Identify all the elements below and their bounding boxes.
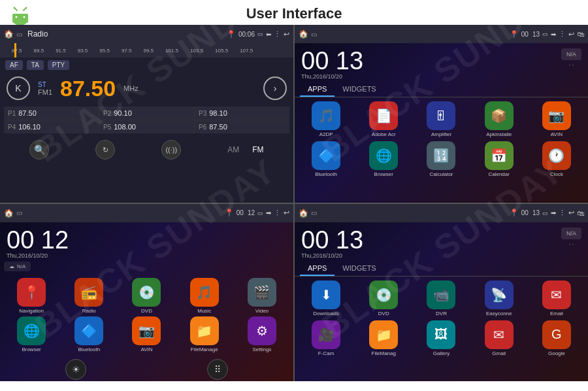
apps-store-icon[interactable]: 🛍 <box>577 30 584 38</box>
app-item-downloads[interactable]: ⬇Downloads <box>299 280 353 316</box>
home2-back-icon[interactable]: ↩ <box>284 209 289 217</box>
app-item-browser[interactable]: 🌐Browser <box>356 141 411 177</box>
home-weather-widget: ☁ N/A <box>4 262 31 271</box>
apps-home-icon[interactable]: 🏠 <box>299 29 308 39</box>
preset-p2[interactable]: P2 90.10 <box>99 107 194 120</box>
home2-rec-icon: ▭ <box>257 210 263 216</box>
app-label-google: Google <box>548 350 565 356</box>
more-home-icon[interactable]: 🏠 <box>299 209 308 218</box>
app-label-amplifier: Amplifier <box>431 131 451 137</box>
preset-p1[interactable]: P1 87.50 <box>4 107 99 120</box>
apps-top-bar: 🏠 ▭ 📍 00 13 ▭ ➡ ⋮ ↩ 🛍 <box>295 25 588 43</box>
app-icon-navigation: 📍 <box>17 278 46 307</box>
app-item-gmail[interactable]: ✉Gmail <box>472 320 527 356</box>
app-item-dvr[interactable]: 📹DVR <box>414 280 468 316</box>
radio-k-button[interactable]: K <box>7 76 30 100</box>
app-label-gallery: Gallery <box>433 350 449 356</box>
app-item-music[interactable]: 🎵Music <box>177 278 232 314</box>
app-item-calculator[interactable]: 🔢Calculator <box>414 141 468 177</box>
app-icon-music: 🎵 <box>190 278 219 307</box>
radio-loop-button[interactable]: ↻ <box>95 140 115 160</box>
app-icon-calendar: 📅 <box>485 141 514 170</box>
app-item-avin[interactable]: 📷AVIN <box>119 316 174 352</box>
tab-widgets[interactable]: WIDGETS <box>335 82 384 97</box>
app-item-a2dp[interactable]: 🎵A2DP <box>299 101 353 137</box>
more-tab-apps[interactable]: APPS <box>300 262 335 276</box>
app-item-google[interactable]: GGoogle <box>529 320 584 356</box>
app-item-filemanage[interactable]: 📁FileManage <box>177 316 232 352</box>
home2-screen-icon: ▭ <box>16 209 22 216</box>
tab-apps[interactable]: APPS <box>300 82 335 97</box>
app-label-browser: Browser <box>374 171 393 177</box>
home-icon[interactable]: 🏠 <box>4 29 14 39</box>
pty-button[interactable]: PTY <box>48 60 69 70</box>
freq-scale: 87.589.5 91.593.5 95.597.5 99.5101.5 103… <box>12 48 253 54</box>
app-item-easyconne[interactable]: 📡Easyconne <box>472 280 527 316</box>
radio-search-button[interactable]: 🔍 <box>29 140 49 160</box>
af-button[interactable]: AF <box>5 60 23 70</box>
radio-controls: 🔍 ↻ ((·)) AM FM <box>0 136 293 163</box>
app-item-avin[interactable]: 📷AVIN <box>529 101 584 137</box>
radio-fm-label: FM1 <box>38 88 52 96</box>
apps-back-icon[interactable]: ↩ <box>568 30 574 39</box>
app-label-gmail: Gmail <box>492 350 506 356</box>
app-item-filemanag[interactable]: 📁FileManag <box>356 320 411 356</box>
app-item-gallery[interactable]: 🖼Gallery <box>414 320 468 356</box>
app-item-navigation[interactable]: 📍Navigation <box>4 278 59 314</box>
app-icon-easyconne: 📡 <box>485 280 514 309</box>
apps-bar-right: 📍 00 13 ▭ ➡ ⋮ ↩ 🛍 <box>510 30 584 39</box>
apps-clock-time: 00 13 <box>301 48 363 73</box>
more-menu-icon[interactable]: ⋮ <box>559 209 566 217</box>
app-icon-gallery: 🖼 <box>427 320 455 349</box>
radio-next-button[interactable]: › <box>263 76 287 100</box>
rec-icon: ▭ <box>257 31 263 37</box>
home2-home-icon[interactable]: 🏠 <box>4 209 14 218</box>
app-label-adobe-acr: Adobe Acr <box>372 131 396 137</box>
panel-home: 🏠 ▭ 📍 00 12 ▭ ➡ ⋮ ↩ 00 12 Thu,2016/10/20 <box>0 204 293 382</box>
app-item-browser[interactable]: 🌐Browser <box>4 316 59 352</box>
home-apps-btn[interactable]: ⠿ <box>207 359 228 380</box>
preset-p3[interactable]: P3 98.10 <box>195 107 289 120</box>
home-clock: 00 12 Thu,2016/10/20 <box>0 222 293 260</box>
preset-p6[interactable]: P6 87.50 <box>195 120 289 133</box>
app-label-f-cam: F-Cam <box>318 350 334 356</box>
app-item-dvd[interactable]: 💿DVD <box>119 278 174 314</box>
home-top-bar: 🏠 ▭ 📍 00 12 ▭ ➡ ⋮ ↩ <box>0 204 293 222</box>
app-icon-avin: 📷 <box>542 101 571 130</box>
radio-antenna-button[interactable]: ((·)) <box>161 140 181 160</box>
app-icon-amplifier: 🎚 <box>427 101 455 130</box>
ta-button[interactable]: TA <box>27 60 44 70</box>
more-tab-widgets[interactable]: WIDGETS <box>335 262 384 276</box>
more-store-icon[interactable]: 🛍 <box>577 209 584 217</box>
app-item-email[interactable]: ✉Email <box>529 280 584 316</box>
radio-fm-mode[interactable]: FM <box>252 145 263 154</box>
more-apps-grid-row2: 🎥F-Cam📁FileManag🖼Gallery✉GmailGGoogle <box>295 320 588 359</box>
app-item-video[interactable]: 🎬Video <box>235 278 289 314</box>
app-item-amplifier[interactable]: 🎚Amplifier <box>414 101 468 137</box>
app-item-settings[interactable]: ⚙Settings <box>235 316 289 352</box>
app-item-radio[interactable]: 📻Radio <box>61 278 116 314</box>
preset-p5[interactable]: P5 108.00 <box>99 120 194 133</box>
app-item-f-cam[interactable]: 🎥F-Cam <box>299 320 353 356</box>
app-item-apkinstalle[interactable]: 📦ApkInstalle <box>472 101 527 137</box>
apps-grid-row2: 🔷Bluetooth🌐Browser🔢Calculator📅Calendar🕐C… <box>295 141 588 180</box>
app-item-dvd[interactable]: 💿DVD <box>356 280 411 316</box>
app-item-clock[interactable]: 🕐Clock <box>529 141 584 177</box>
home2-menu-icon[interactable]: ⋮ <box>274 209 281 217</box>
more-top-bar: 🏠 ▭ 📍 00 13 ▭ ➡ ⋮ ↩ 🛍 <box>295 204 588 222</box>
app-item-adobe-acr[interactable]: 📄Adobe Acr <box>356 101 411 137</box>
home-back-btn[interactable]: ☀ <box>65 359 86 380</box>
app-icon-browser: 🌐 <box>17 316 46 345</box>
apps-menu-icon[interactable]: ⋮ <box>559 30 566 39</box>
radio-title: Radio <box>27 29 224 39</box>
app-icon-avin: 📷 <box>132 316 161 345</box>
preset-p4[interactable]: P4 106.10 <box>4 120 99 133</box>
app-item-calendar[interactable]: 📅Calendar <box>472 141 527 177</box>
menu-icon[interactable]: ⋮ <box>274 30 281 39</box>
app-item-bluetooth[interactable]: 🔷Bluetooth <box>299 141 353 177</box>
radio-top-bar: 🏠 ▭ Radio 📍 00:06 ▭ ⬅ ⋮ ↩ <box>0 25 293 43</box>
radio-am-mode[interactable]: AM <box>227 145 239 154</box>
back-icon[interactable]: ↩ <box>284 30 289 39</box>
more-back-icon[interactable]: ↩ <box>568 209 574 217</box>
app-item-bluetooth[interactable]: 🔷Bluetooth <box>61 316 116 352</box>
